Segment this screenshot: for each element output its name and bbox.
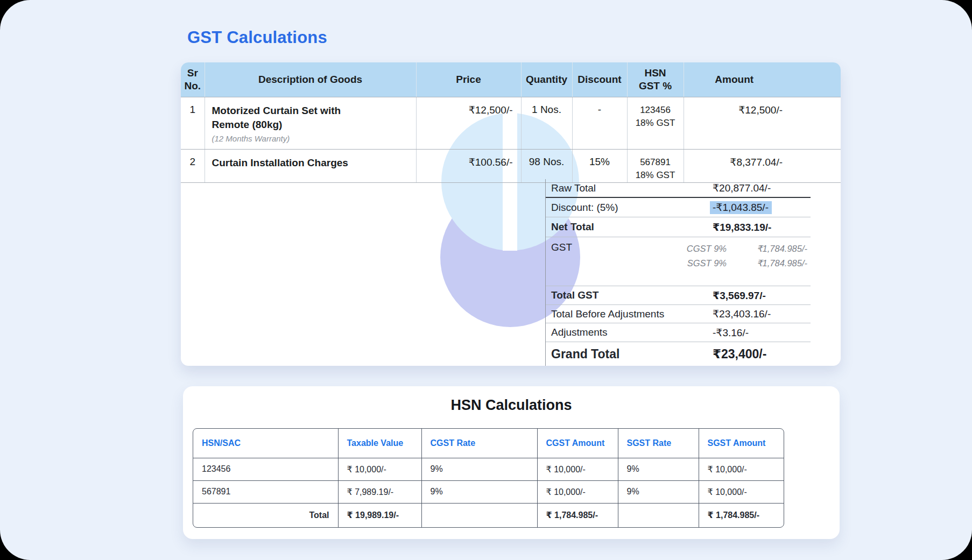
hsn-total-taxable-value: ₹ 19,989.19/-: [338, 503, 421, 527]
total-before-adjustments-row: Total Before Adjustments ₹23,403.16/-: [546, 305, 811, 323]
grand-total-label: Grand Total: [551, 347, 713, 361]
col-header-price: Price: [416, 62, 521, 97]
app-screen: GST Calculations Sr No. Description of G…: [0, 0, 972, 560]
item-warranty-note: (12 Months Warranty): [212, 134, 415, 143]
hsn-code: 567891: [193, 480, 338, 503]
col-header-hsn-gst: HSN GST %: [627, 62, 684, 97]
hsn-table-wrapper: HSN/SAC Taxable Value CGST Rate CGST Amo…: [193, 428, 784, 528]
col-header-quantity: Quantity: [521, 62, 572, 97]
sgst-value: ₹1,784.985/-: [747, 256, 807, 271]
hsn-total-label: Total: [193, 503, 338, 527]
item-description-cell: Curtain Installation Charges: [205, 150, 416, 183]
items-header-row: Sr No. Description of Goods Price Quanti…: [181, 62, 841, 97]
item-discount: -: [572, 97, 627, 150]
hsn-cgst-amount: ₹ 10,000/-: [537, 458, 618, 480]
adjustments-value: -₹3.16/-: [713, 327, 811, 339]
hsn-col-header-cgst-rate: CGST Rate: [421, 429, 537, 458]
hsn-taxable-value: ₹ 10,000/-: [338, 458, 421, 480]
hsn-col-header-hsn-sac: HSN/SAC: [193, 429, 338, 458]
raw-total-row: Raw Total ₹20,877.04/-: [546, 179, 811, 198]
raw-total-value: ₹20,877.04/-: [713, 182, 811, 194]
total-before-adjustments-label: Total Before Adjustments: [551, 308, 713, 320]
item-hsn-gst: 123456 18% GST: [627, 97, 684, 150]
item-row-1: 1 Motorized Curtain Set with Remote (80k…: [181, 97, 841, 150]
hsn-total-cgst-rate-empty: [421, 503, 537, 527]
hsn-header-row: HSN/SAC Taxable Value CGST Rate CGST Amo…: [193, 429, 784, 458]
cgst-line: CGST 9% ₹1,784.985/-: [572, 242, 807, 256]
raw-total-label: Raw Total: [551, 182, 713, 194]
hsn-col-header-taxable-value: Taxable Value: [338, 429, 421, 458]
item-amount: ₹12,500/-: [684, 97, 841, 150]
discount-value-highlighted: -₹1,043.85/-: [710, 201, 772, 214]
totals-summary: Raw Total ₹20,877.04/- Discount: (5%) -₹…: [545, 179, 811, 366]
hsn-cgst-rate: 9%: [421, 458, 537, 480]
hsn-table: HSN/SAC Taxable Value CGST Rate CGST Amo…: [193, 429, 784, 527]
hsn-total-cgst-amount: ₹ 1,784.985/-: [537, 503, 618, 527]
total-gst-label: Total GST: [551, 289, 713, 301]
sgst-label: SGST 9%: [687, 256, 727, 271]
hsn-cgst-amount: ₹ 10,000/-: [537, 480, 618, 503]
cgst-label: CGST 9%: [687, 242, 727, 256]
grand-total-value: ₹23,400/-: [713, 347, 811, 361]
net-total-row: Net Total ₹19,833.19/-: [546, 217, 811, 237]
hsn-row-2: 567891 ₹ 7,989.19/- 9% ₹ 10,000/- 9% ₹ 1…: [193, 480, 784, 503]
sgst-line: SGST 9% ₹1,784.985/-: [572, 256, 807, 271]
col-header-description: Description of Goods: [205, 62, 416, 97]
adjustments-row: Adjustments -₹3.16/-: [546, 323, 811, 342]
hsn-total-row: Total ₹ 19,989.19/- ₹ 1,784.985/- ₹ 1,78…: [193, 503, 784, 527]
item-sr: 2: [181, 150, 205, 183]
hsn-sgst-rate: 9%: [618, 480, 699, 503]
adjustments-label: Adjustments: [551, 327, 713, 338]
hsn-col-header-sgst-rate: SGST Rate: [618, 429, 699, 458]
net-total-value: ₹19,833.19/-: [713, 221, 811, 233]
hsn-code: 123456: [193, 458, 338, 480]
total-before-adjustments-value: ₹23,403.16/-: [713, 308, 811, 320]
discount-row: Discount: (5%) -₹1,043.85/-: [546, 198, 811, 217]
item-sr: 1: [181, 97, 205, 150]
hsn-sgst-amount: ₹ 10,000/-: [699, 458, 784, 480]
gst-label: GST: [551, 237, 572, 286]
item-quantity: 98 Nos.: [521, 150, 572, 183]
hsn-cgst-rate: 9%: [421, 480, 537, 503]
hsn-total-sgst-rate-empty: [618, 503, 699, 527]
col-header-sr-no: Sr No.: [181, 62, 205, 97]
hsn-section-title: HSN Calculations: [183, 397, 840, 414]
hsn-col-header-cgst-amount: CGST Amount: [537, 429, 618, 458]
item-hsn-gst: 567891 18% GST: [627, 150, 684, 183]
gst-breakup: CGST 9% ₹1,784.985/- SGST 9% ₹1,784.985/…: [572, 237, 811, 286]
gst-calculations-card: Sr No. Description of Goods Price Quanti…: [181, 62, 841, 366]
total-gst-row: Total GST ₹3,569.97/-: [546, 286, 811, 305]
col-header-amount: Amount: [684, 62, 841, 97]
item-discount: 15%: [572, 150, 627, 183]
discount-label: Discount: (5%): [551, 202, 713, 214]
grand-total-row: Grand Total ₹23,400/-: [546, 342, 811, 366]
item-description: Curtain Installation Charges: [212, 156, 369, 170]
col-header-discount: Discount: [572, 62, 627, 97]
item-price: ₹100.56/-: [416, 150, 521, 183]
gst-row: GST CGST 9% ₹1,784.985/- SGST 9% ₹1,784.…: [546, 237, 811, 286]
item-quantity: 1 Nos.: [521, 97, 572, 150]
item-description: Motorized Curtain Set with Remote (80kg): [212, 104, 369, 131]
item-amount: ₹8,377.04/-: [684, 150, 841, 183]
item-description-cell: Motorized Curtain Set with Remote (80kg)…: [205, 97, 416, 150]
hsn-taxable-value: ₹ 7,989.19/-: [338, 480, 421, 503]
item-row-2: 2 Curtain Installation Charges ₹100.56/-…: [181, 150, 841, 183]
hsn-row-1: 123456 ₹ 10,000/- 9% ₹ 10,000/- 9% ₹ 10,…: [193, 458, 784, 480]
items-table: Sr No. Description of Goods Price Quanti…: [181, 62, 841, 183]
hsn-sgst-amount: ₹ 10,000/-: [699, 480, 784, 503]
hsn-total-sgst-amount: ₹ 1,784.985/-: [699, 503, 784, 527]
page-title: GST Calculations: [187, 28, 327, 47]
total-gst-value: ₹3,569.97/-: [713, 289, 811, 302]
hsn-sgst-rate: 9%: [618, 458, 699, 480]
cgst-value: ₹1,784.985/-: [747, 242, 807, 256]
net-total-label: Net Total: [551, 221, 713, 233]
hsn-col-header-sgst-amount: SGST Amount: [699, 429, 784, 458]
item-price: ₹12,500/-: [416, 97, 521, 150]
hsn-calculations-card: HSN Calculations HSN/SAC Taxable Value C…: [183, 386, 840, 539]
